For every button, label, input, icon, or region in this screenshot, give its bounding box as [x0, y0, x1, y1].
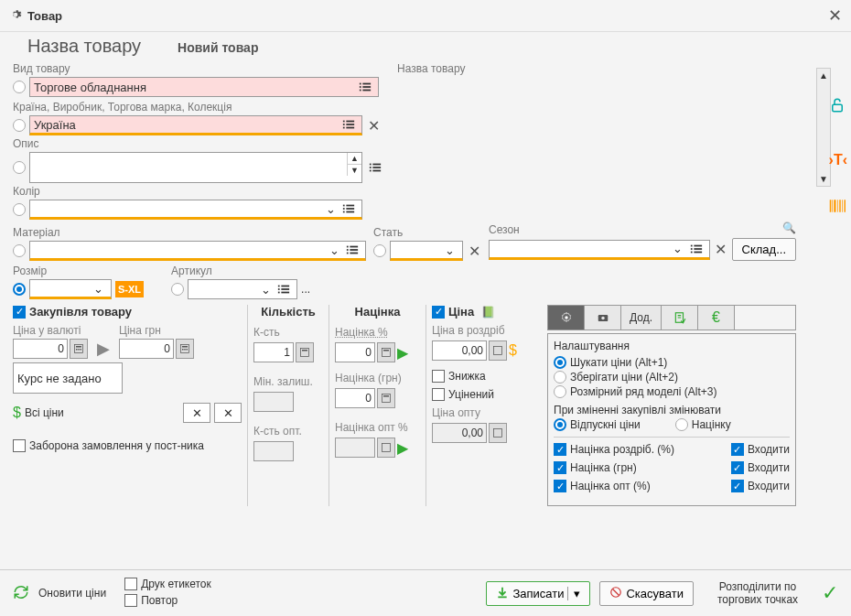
tab-doc[interactable] [662, 306, 698, 330]
calc-icon[interactable] [70, 339, 88, 359]
markup-pct-input[interactable]: 0 [335, 342, 375, 362]
calc-icon[interactable] [377, 438, 395, 458]
tab-camera[interactable] [585, 306, 621, 330]
chevron-down-icon[interactable]: ⌄ [669, 242, 687, 255]
refresh-label[interactable]: Оновити ціни [38, 587, 106, 600]
size-radio[interactable] [13, 283, 26, 296]
all-prices-link[interactable]: Всі ціни [25, 406, 64, 419]
c2-check[interactable] [731, 443, 744, 456]
calc-icon[interactable] [489, 340, 507, 361]
print-check[interactable] [124, 578, 137, 590]
x2-input[interactable]: ✕ [214, 403, 242, 423]
desc-radio[interactable] [13, 161, 26, 174]
warehouse-button[interactable]: Склад... [732, 238, 796, 261]
tab-euro[interactable]: € [698, 306, 735, 330]
list-icon[interactable] [356, 78, 374, 96]
list-icon[interactable] [339, 115, 358, 134]
c4-check[interactable] [731, 461, 744, 474]
list-icon[interactable] [343, 241, 361, 259]
article-radio[interactable] [171, 283, 184, 296]
price-grn-input[interactable]: 0 [119, 339, 174, 359]
change1-radio[interactable] [554, 418, 566, 431]
tag-icon[interactable]: 📗 [481, 306, 495, 319]
lock-icon[interactable] [829, 97, 846, 116]
price-check[interactable] [432, 306, 445, 319]
clear-icon[interactable]: ✕ [714, 241, 728, 258]
c1-check[interactable] [554, 443, 566, 456]
calc-icon[interactable] [489, 423, 507, 443]
expand-icon[interactable]: ›T‹ [829, 152, 847, 168]
chevron-down-icon[interactable]: ▾ [567, 587, 580, 600]
chevron-down-icon[interactable]: ⌄ [256, 283, 275, 297]
size-input[interactable]: ⌄ [29, 279, 112, 299]
repeat-check[interactable] [124, 594, 137, 607]
article-input[interactable]: ⌄ [188, 279, 297, 299]
markup-opt-input[interactable] [335, 438, 375, 458]
tab-gear[interactable] [548, 306, 585, 330]
save-button[interactable]: Записати ▾ [486, 581, 590, 606]
check-icon[interactable]: ✓ [822, 581, 838, 605]
rate-input[interactable]: Курс не задано [13, 362, 123, 394]
up-icon[interactable]: ▲ [348, 153, 361, 165]
country-input[interactable]: Україна [29, 115, 362, 135]
play-icon[interactable]: ▶ [397, 439, 408, 457]
gender-input[interactable]: ⌄ [390, 241, 463, 261]
scroll-down-icon[interactable]: ▼ [817, 172, 830, 186]
type-radio[interactable] [13, 81, 26, 93]
distribute-label[interactable]: Розподілити по торгових точках [703, 580, 813, 606]
close-icon[interactable]: ✕ [828, 5, 842, 26]
type-input[interactable]: Торгове обладнання [29, 77, 379, 97]
clear-icon[interactable]: ✕ [467, 243, 481, 260]
chevron-down-icon[interactable]: ⌄ [440, 243, 458, 257]
list-icon[interactable] [339, 200, 358, 218]
list-icon[interactable] [275, 280, 293, 298]
search-icon[interactable]: 🔍 [782, 222, 796, 238]
markup-pct-lbl[interactable]: Націнка % [335, 326, 420, 339]
chevron-down-icon[interactable]: ⌄ [325, 243, 343, 257]
chevron-down-icon[interactable]: ⌄ [89, 282, 107, 296]
count-input[interactable]: 1 [253, 342, 294, 362]
change2-radio[interactable] [675, 418, 688, 431]
purchase-check[interactable] [13, 306, 26, 319]
gender-radio[interactable] [373, 244, 386, 257]
reduced-check[interactable] [432, 388, 445, 401]
c5-check[interactable] [554, 480, 566, 492]
down-icon[interactable]: ▼ [348, 165, 361, 176]
opt-input[interactable] [253, 441, 294, 461]
material-radio[interactable] [13, 244, 26, 257]
material-input[interactable]: ⌄ [29, 241, 366, 261]
barcode-icon[interactable] [829, 198, 846, 217]
color-radio[interactable] [13, 203, 26, 216]
calc-icon[interactable] [377, 388, 395, 408]
play-icon[interactable]: ▶ [397, 344, 408, 362]
clear-icon[interactable]: ✕ [366, 117, 381, 135]
x1-input[interactable]: ✕ [183, 403, 210, 423]
list-icon[interactable] [366, 158, 384, 177]
opt3-radio[interactable] [554, 385, 566, 398]
c6-check[interactable] [731, 480, 744, 492]
forbid-check[interactable] [13, 439, 26, 452]
scrollbar[interactable]: ▲ ▼ [816, 68, 831, 187]
color-input[interactable]: ⌄ [29, 200, 362, 220]
retail-input[interactable]: 0,00 [432, 340, 487, 361]
opt1-radio[interactable] [554, 356, 566, 369]
country-radio[interactable] [13, 119, 26, 132]
discount-check[interactable] [432, 370, 445, 383]
tab-add[interactable]: Дод. [621, 306, 662, 330]
refresh-icon[interactable] [13, 584, 29, 603]
price-currency-input[interactable]: 0 [13, 339, 68, 359]
list-icon[interactable] [687, 240, 706, 258]
season-input[interactable]: ⌄ [489, 240, 710, 260]
chevron-down-icon[interactable]: ⌄ [321, 202, 339, 216]
cancel-button[interactable]: Скасувати [599, 581, 694, 606]
opt2-radio[interactable] [554, 371, 566, 384]
calc-icon[interactable] [296, 342, 314, 362]
desc-input[interactable]: ▲ ▼ [29, 152, 362, 183]
calc-icon[interactable] [377, 342, 395, 362]
opt-price-input[interactable]: 0,00 [432, 423, 487, 443]
scroll-up-icon[interactable]: ▲ [817, 69, 830, 82]
dots[interactable]: ... [301, 283, 310, 296]
c3-check[interactable] [554, 461, 566, 474]
dollar-refresh-icon[interactable]: $ [509, 342, 517, 359]
markup-grn-input[interactable]: 0 [335, 388, 375, 408]
